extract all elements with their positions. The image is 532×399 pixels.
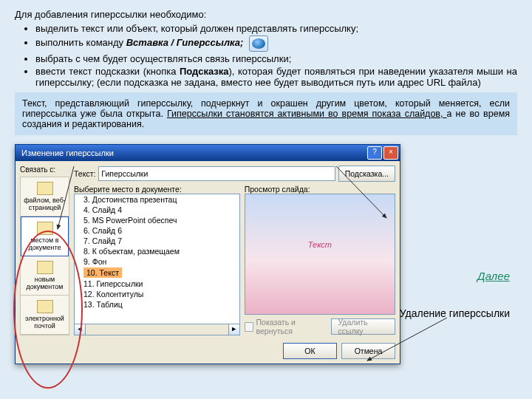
intro-item: выделить текст или объект, который долже… bbox=[35, 23, 517, 34]
note-box: Текст, представляющий гиперссылку, подче… bbox=[15, 92, 517, 135]
dialog-title: Изменение гиперссылки bbox=[17, 149, 366, 157]
link-to-option[interactable]: местом в документе bbox=[21, 216, 69, 256]
document-tree[interactable]: 3. Достоинства презентац4. Слайд 45. MS … bbox=[74, 194, 240, 324]
link-to-option[interactable]: электронной почтой bbox=[21, 296, 69, 335]
titlebar: Изменение гиперссылки ? × bbox=[16, 145, 400, 161]
intro-title: Для добавления гиперссылки необходимо: bbox=[15, 9, 517, 20]
tree-item[interactable]: 11. Гиперссылки bbox=[75, 279, 239, 289]
delete-caption: Удаление гиперссылки bbox=[400, 307, 510, 320]
tree-item[interactable]: 4. Слайд 4 bbox=[75, 205, 239, 215]
slide-preview: Текст bbox=[245, 194, 395, 315]
intro-list: выделить текст или объект, который долже… bbox=[35, 23, 517, 88]
link-to-option[interactable]: файлом, веб- страницей bbox=[21, 177, 69, 216]
tree-item[interactable]: 10. Текст bbox=[75, 267, 239, 279]
link-to-option[interactable]: новым документом bbox=[21, 256, 69, 296]
tree-item[interactable]: 7. Слайд 7 bbox=[75, 236, 239, 246]
intro-item: выбрать с чем будет осуществляться связь… bbox=[35, 53, 517, 64]
close-button[interactable]: × bbox=[383, 146, 398, 160]
tree-label: Выберите место в документе: bbox=[74, 185, 240, 194]
hyperlink-icon bbox=[249, 35, 268, 52]
option-icon bbox=[37, 261, 53, 274]
help-button[interactable]: ? bbox=[367, 146, 382, 160]
intro-item: ввести текст подсказки (кнопка Подсказка… bbox=[35, 66, 517, 88]
next-link[interactable]: Далее bbox=[477, 270, 510, 282]
option-icon bbox=[37, 300, 53, 313]
tree-item[interactable]: 5. MS PowerPoint обеспеч bbox=[75, 215, 239, 225]
show-return-checkbox[interactable] bbox=[245, 322, 253, 332]
link-to-panel: файлом, веб- страницейместом в документе… bbox=[20, 177, 69, 335]
link-to-label: Связать с: bbox=[20, 166, 61, 174]
option-icon bbox=[37, 182, 53, 195]
tree-item[interactable]: 12. Колонтитулы bbox=[75, 289, 239, 299]
ok-button[interactable]: ОК bbox=[283, 343, 337, 359]
intro-item: выполнить команду Вставка / Гиперссылка; bbox=[35, 35, 517, 52]
tree-item[interactable]: 3. Достоинства презентац bbox=[75, 194, 239, 205]
preview-label: Просмотр слайда: bbox=[245, 185, 395, 194]
show-return-label: Показать и вернуться bbox=[256, 318, 326, 335]
option-icon bbox=[37, 222, 53, 235]
screentip-button[interactable]: Подсказка... bbox=[338, 166, 395, 182]
tree-item[interactable]: 8. К объектам, размещаем bbox=[75, 246, 239, 256]
edit-hyperlink-dialog: Изменение гиперссылки ? × Связать с: фай… bbox=[15, 144, 400, 364]
cancel-button[interactable]: Отмена bbox=[341, 343, 395, 359]
tree-item[interactable]: 13. Таблиц bbox=[75, 299, 239, 310]
tree-item[interactable]: 6. Слайд 6 bbox=[75, 225, 239, 236]
h-scrollbar[interactable]: ◄► bbox=[74, 324, 240, 335]
remove-link-button[interactable]: Удалить ссылку bbox=[331, 318, 395, 335]
text-input[interactable]: Гиперссылки bbox=[98, 166, 335, 181]
tree-item[interactable]: 9. Фон bbox=[75, 256, 239, 267]
text-label: Текст: bbox=[74, 169, 95, 178]
